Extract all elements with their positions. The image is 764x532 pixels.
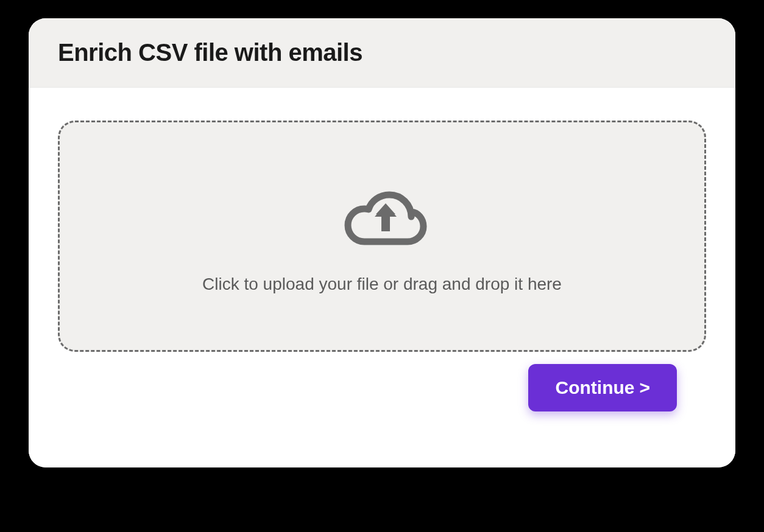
- chevron-right-icon: >: [639, 377, 650, 398]
- continue-button-label: Continue: [555, 377, 634, 398]
- dropzone-instruction-text: Click to upload your file or drag and dr…: [202, 275, 562, 294]
- modal-header: Enrich CSV file with emails: [29, 18, 735, 88]
- modal-footer: Continue >: [58, 364, 706, 441]
- file-dropzone[interactable]: Click to upload your file or drag and dr…: [58, 121, 706, 352]
- cloud-upload-icon: [333, 178, 431, 257]
- modal-body: Click to upload your file or drag and dr…: [29, 88, 735, 467]
- modal-title: Enrich CSV file with emails: [58, 39, 706, 66]
- enrich-csv-modal: Enrich CSV file with emails Click to upl…: [29, 18, 735, 467]
- continue-button[interactable]: Continue >: [528, 364, 677, 411]
